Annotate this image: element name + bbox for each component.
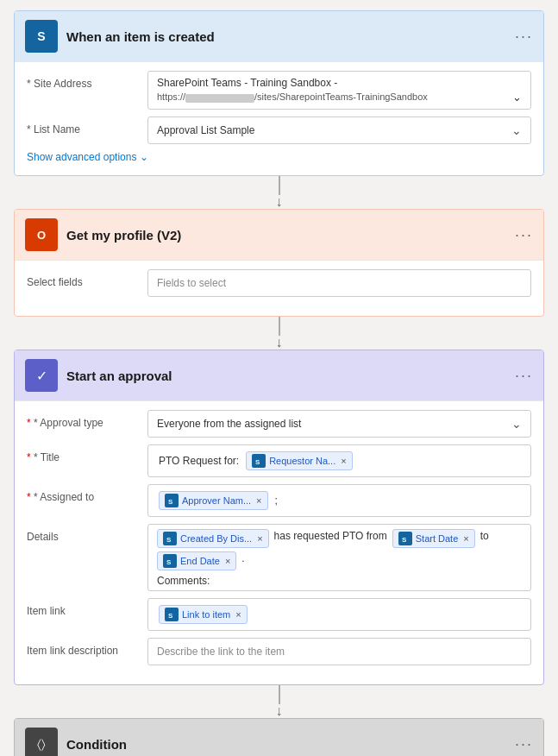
trigger-menu[interactable]: ··· — [515, 28, 533, 46]
assigned-approver-tag: S Approver Nam... × — [159, 491, 268, 510]
list-name-label: * List Name — [27, 117, 139, 135]
advanced-options-link[interactable]: Show advanced options ⌄ — [27, 151, 531, 163]
connector-line-3 — [279, 685, 280, 704]
advanced-options-chevron: ⌄ — [140, 151, 148, 163]
item-link-desc-row: Item link description Describe the link … — [27, 638, 531, 665]
site-address-name: SharePoint Teams - Training Sandbox - — [157, 77, 522, 89]
item-link-row: Item link S Link to item × — [27, 598, 531, 631]
get-profile-body: Select fields Fields to select — [15, 260, 543, 316]
select-fields-placeholder: Fields to select — [157, 277, 226, 289]
connector-line-2 — [279, 317, 280, 336]
item-link-input[interactable]: S Link to item × — [147, 598, 531, 631]
site-address-chevron[interactable]: ⌄ — [512, 91, 522, 104]
connector-arrow-2: ↓ — [276, 336, 283, 350]
item-link-tag: S Link to item × — [159, 605, 248, 624]
assigned-to-label: * * Assigned to — [27, 484, 139, 503]
details-tag3: S End Date × — [157, 551, 236, 570]
details-tag1: S Created By Dis... × — [157, 529, 269, 548]
get-profile-card: O Get my profile (V2) ··· Select fields … — [14, 209, 544, 317]
title-tag-close[interactable]: × — [341, 456, 346, 466]
assigned-to-input[interactable]: S Approver Nam... × ; — [147, 484, 531, 517]
trigger-card: S When an item is created ··· * Site Add… — [14, 10, 544, 176]
approval-title-label: * * Title — [27, 444, 139, 463]
svg-text:S: S — [255, 458, 260, 465]
tag-sp-icon: S — [252, 454, 266, 468]
flow-container: S When an item is created ··· * Site Add… — [10, 10, 548, 756]
get-profile-menu[interactable]: ··· — [515, 226, 533, 244]
list-name-value: Approval List Sample — [157, 124, 254, 136]
title-prefix: PTO Request for: — [157, 453, 241, 469]
details-comments: Comments: — [155, 573, 211, 589]
details-tag2-close[interactable]: × — [463, 533, 468, 544]
approval-card: ✓ Start an approval ··· * * Approval typ… — [14, 350, 544, 685]
approval-body: * * Approval type Everyone from the assi… — [15, 400, 543, 684]
site-address-control[interactable]: SharePoint Teams - Training Sandbox - ht… — [147, 71, 531, 110]
item-link-tag-close[interactable]: × — [235, 609, 241, 620]
trigger-title: When an item is created — [66, 29, 506, 44]
list-name-chevron: ⌄ — [511, 123, 522, 137]
approval-title: Start an approval — [66, 369, 506, 383]
details-tag3-close[interactable]: × — [225, 556, 230, 566]
connector-2: ↓ — [276, 317, 283, 350]
details-icon2: S — [398, 532, 412, 545]
details-input[interactable]: S Created By Dis... × has requested PTO … — [147, 524, 531, 591]
details-text3: . — [240, 551, 246, 566]
approval-menu[interactable]: ··· — [515, 367, 533, 385]
condition-icon: 〈〉 — [25, 728, 58, 756]
assigned-tag-icon: S — [165, 494, 179, 507]
site-address-bottom: https:///sites/SharepointTeams-TrainingS… — [157, 91, 522, 104]
svg-text:S: S — [166, 536, 172, 543]
condition-title: Condition — [66, 737, 506, 752]
condition-menu[interactable]: ··· — [515, 735, 533, 753]
office-icon: O — [25, 218, 58, 251]
condition-header: 〈〉 Condition ··· — [15, 719, 543, 756]
assigned-to-row: * * Assigned to S Approver Nam... × ; — [27, 484, 531, 517]
item-link-desc-input[interactable]: Describe the link to the item — [147, 638, 531, 665]
advanced-options-text: Show advanced options — [27, 151, 136, 163]
details-tag3-text: End Date — [180, 556, 220, 566]
connector-1: ↓ — [276, 176, 283, 209]
assigned-tag-close[interactable]: × — [256, 495, 261, 506]
list-name-dropdown[interactable]: Approval List Sample ⌄ — [147, 117, 531, 144]
trigger-body: * Site Address SharePoint Teams - Traini… — [15, 61, 543, 175]
select-fields-row: Select fields Fields to select — [27, 269, 531, 297]
approval-icon: ✓ — [25, 359, 58, 392]
condition-card: 〈〉 Condition ··· ✓ Response × is equal t… — [14, 718, 544, 756]
trigger-header: S When an item is created ··· — [15, 11, 543, 61]
connector-arrow-1: ↓ — [276, 195, 283, 209]
details-label: Details — [27, 524, 139, 543]
get-profile-title: Get my profile (V2) — [66, 228, 506, 243]
connector-line-1 — [279, 176, 280, 195]
select-fields-label: Select fields — [27, 269, 139, 288]
title-tag-text: Requestor Na... — [269, 456, 335, 466]
connector-3: ↓ — [276, 685, 283, 718]
approval-type-label: * * Approval type — [27, 410, 139, 429]
approval-type-chevron: ⌄ — [511, 417, 522, 431]
approval-type-dropdown[interactable]: Everyone from the assigned list ⌄ — [147, 410, 531, 438]
details-icon3: S — [163, 554, 177, 568]
details-tag1-text: Created By Dis... — [180, 533, 252, 544]
approval-type-row: * * Approval type Everyone from the assi… — [27, 410, 531, 438]
details-text1: has requested PTO from — [273, 528, 389, 544]
details-tag1-close[interactable]: × — [257, 533, 262, 544]
svg-text:S: S — [168, 612, 173, 619]
item-link-desc-placeholder: Describe the link to the item — [157, 646, 285, 658]
approval-type-value: Everyone from the assigned list — [157, 418, 301, 430]
item-link-icon: S — [165, 608, 179, 621]
site-address-row: * Site Address SharePoint Teams - Traini… — [27, 71, 531, 110]
sharepoint-icon: S — [25, 20, 58, 53]
approval-header: ✓ Start an approval ··· — [15, 350, 543, 400]
site-address-label: * Site Address — [27, 71, 139, 90]
connector-arrow-3: ↓ — [276, 704, 283, 718]
item-link-label: Item link — [27, 598, 139, 617]
approval-title-input[interactable]: PTO Request for: S Requestor Na... × — [147, 444, 531, 477]
details-tag2: S Start Date × — [392, 529, 475, 548]
svg-text:S: S — [168, 498, 173, 505]
assigned-tag-text: Approver Nam... — [182, 495, 251, 506]
title-requestor-tag: S Requestor Na... × — [246, 451, 352, 470]
list-name-row: * List Name Approval List Sample ⌄ — [27, 117, 531, 144]
item-link-desc-label: Item link description — [27, 638, 139, 657]
select-fields-input[interactable]: Fields to select — [147, 269, 531, 297]
assigned-semicolon: ; — [273, 493, 279, 508]
svg-text:S: S — [166, 558, 172, 565]
